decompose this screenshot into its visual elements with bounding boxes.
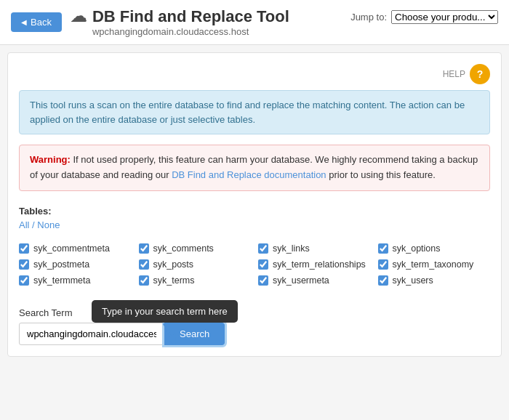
jump-to-section: Jump to: Choose your produ... bbox=[350, 10, 498, 24]
search-with-tooltip: Type in your search term here Search Ter… bbox=[19, 307, 490, 345]
table-label: syk_term_taxonomy bbox=[393, 259, 474, 270]
table-checkbox-options[interactable] bbox=[378, 243, 388, 254]
table-checkbox-postmeta[interactable] bbox=[19, 259, 29, 270]
list-item[interactable]: syk_commentmeta bbox=[19, 243, 132, 254]
list-item[interactable]: syk_links bbox=[258, 243, 371, 254]
list-item[interactable]: syk_termmeta bbox=[19, 275, 132, 286]
tooltip-box: Type in your search term here bbox=[92, 300, 238, 323]
help-button[interactable]: ? bbox=[470, 64, 490, 84]
list-item[interactable]: syk_posts bbox=[139, 259, 252, 270]
table-label: syk_links bbox=[273, 243, 310, 254]
all-none-link[interactable]: All / None bbox=[19, 219, 60, 230]
table-label: syk_options bbox=[393, 243, 441, 254]
tables-grid: syk_commentmeta syk_comments syk_links s… bbox=[19, 243, 490, 286]
list-item[interactable]: syk_comments bbox=[139, 243, 252, 254]
table-label: syk_comments bbox=[153, 243, 214, 254]
table-label: syk_commentmeta bbox=[33, 243, 110, 254]
table-label: syk_termmeta bbox=[33, 275, 91, 286]
list-item[interactable]: syk_terms bbox=[139, 275, 252, 286]
tooltip-arrow bbox=[160, 323, 182, 347]
warning-label: Warning: bbox=[30, 154, 71, 165]
jump-to-label: Jump to: bbox=[350, 12, 387, 23]
table-label: syk_usermeta bbox=[273, 275, 329, 286]
tables-title: Tables: bbox=[19, 206, 490, 217]
table-checkbox-comments[interactable] bbox=[139, 243, 149, 254]
back-button[interactable]: Back bbox=[11, 12, 62, 32]
warning-link[interactable]: DB Find and Replace documentation bbox=[172, 169, 326, 180]
info-box: This tool runs a scan on the entire data… bbox=[19, 90, 490, 134]
table-label: syk_term_relationships bbox=[273, 259, 366, 270]
table-checkbox-users[interactable] bbox=[378, 275, 388, 286]
page-subtitle: wpchangingdomain.cloudaccess.host bbox=[92, 26, 289, 37]
table-checkbox-terms[interactable] bbox=[139, 275, 149, 286]
table-checkbox-termmeta[interactable] bbox=[19, 275, 29, 286]
list-item[interactable]: syk_users bbox=[378, 275, 491, 286]
warning-box: Warning: If not used properly, this feat… bbox=[19, 145, 490, 191]
search-term-label: Search Term bbox=[19, 307, 490, 318]
tables-section: Tables: All / None syk_commentmeta syk_c… bbox=[19, 206, 490, 286]
list-item[interactable]: syk_term_relationships bbox=[258, 259, 371, 270]
page-title: ☁ DB Find and Replace Tool bbox=[71, 7, 289, 26]
table-checkbox-posts[interactable] bbox=[139, 259, 149, 270]
table-label: syk_users bbox=[393, 275, 433, 286]
list-item[interactable]: syk_term_taxonomy bbox=[378, 259, 491, 270]
table-checkbox-term-relationships[interactable] bbox=[258, 259, 268, 270]
jump-to-select[interactable]: Choose your produ... bbox=[391, 10, 498, 24]
table-checkbox-usermeta[interactable] bbox=[258, 275, 268, 286]
help-label: HELP bbox=[443, 64, 465, 84]
table-label: syk_posts bbox=[153, 259, 194, 270]
table-label: syk_terms bbox=[153, 275, 195, 286]
list-item[interactable]: syk_options bbox=[378, 243, 491, 254]
table-checkbox-links[interactable] bbox=[258, 243, 268, 254]
table-checkbox-term-taxonomy[interactable] bbox=[378, 259, 388, 270]
warning-text2: prior to using this feature. bbox=[329, 169, 436, 180]
list-item[interactable]: syk_usermeta bbox=[258, 275, 371, 286]
search-input[interactable] bbox=[19, 323, 164, 345]
table-label: syk_postmeta bbox=[33, 259, 89, 270]
header-title-block: ☁ DB Find and Replace Tool wpchangingdom… bbox=[71, 7, 289, 37]
help-row: HELP ? bbox=[19, 64, 490, 84]
search-section: Search Term Search bbox=[19, 307, 490, 345]
table-checkbox-commentmeta[interactable] bbox=[19, 243, 29, 254]
svg-line-0 bbox=[164, 323, 173, 341]
search-row: Search bbox=[19, 323, 490, 345]
cloud-icon: ☁ bbox=[71, 7, 87, 26]
main-content: HELP ? This tool runs a scan on the enti… bbox=[7, 52, 502, 357]
list-item[interactable]: syk_postmeta bbox=[19, 259, 132, 270]
